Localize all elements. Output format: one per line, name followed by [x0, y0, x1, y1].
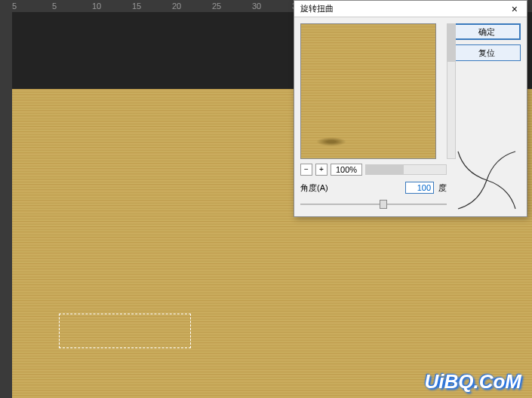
- watermark: UiBQ.CoM: [424, 370, 521, 393]
- angle-label: 角度(A): [300, 182, 328, 194]
- angle-slider[interactable]: [300, 198, 447, 210]
- ok-button[interactable]: 确定: [453, 23, 521, 40]
- zoom-value: 100%: [331, 164, 362, 176]
- marquee-selection[interactable]: [59, 314, 191, 348]
- vertical-ruler: [0, 12, 12, 398]
- twirl-icon: [457, 150, 517, 210]
- angle-input[interactable]: [405, 182, 434, 194]
- preview-scrollbar-vertical[interactable]: [447, 23, 456, 159]
- slider-thumb[interactable]: [380, 200, 387, 209]
- twirl-dialog: 旋转扭曲 × − + 100% 角度(A) 度: [294, 0, 527, 217]
- dialog-titlebar[interactable]: 旋转扭曲 ×: [294, 1, 527, 17]
- filter-preview[interactable]: [300, 23, 436, 159]
- zoom-out-button[interactable]: −: [300, 164, 312, 176]
- angle-unit: 度: [438, 182, 447, 194]
- preview-scrollbar-horizontal[interactable]: [365, 164, 447, 175]
- reset-button[interactable]: 复位: [453, 44, 521, 61]
- dialog-title-text: 旋转扭曲: [300, 3, 334, 14]
- close-icon[interactable]: ×: [509, 3, 521, 15]
- zoom-in-button[interactable]: +: [315, 164, 328, 176]
